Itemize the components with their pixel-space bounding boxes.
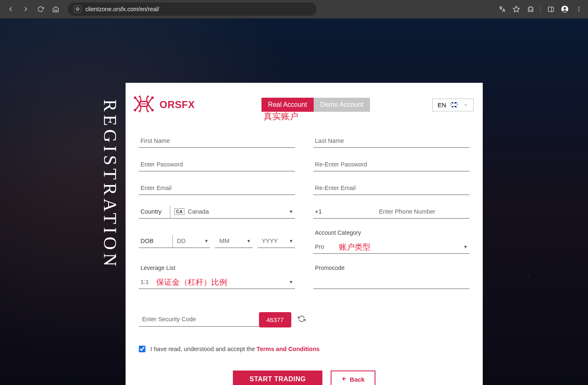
security-code-input[interactable] xyxy=(142,316,257,322)
dropdown-icon: ▼ xyxy=(463,244,468,249)
promocode-input[interactable] xyxy=(315,279,468,285)
back-icon[interactable] xyxy=(5,3,17,15)
uk-flag-icon xyxy=(450,102,458,107)
dropdown-icon: ▼ xyxy=(247,238,251,243)
start-trading-button[interactable]: START TRADING xyxy=(233,371,322,385)
logo-icon xyxy=(132,95,155,114)
arrow-left-icon xyxy=(341,376,347,383)
email-input[interactable] xyxy=(140,185,293,191)
site-info-icon[interactable]: ⚙ xyxy=(74,5,81,13)
svg-point-5 xyxy=(578,7,579,7)
dob-year-select[interactable]: YYYY▼ xyxy=(258,235,295,248)
country-label: Country xyxy=(139,206,170,219)
leverage-annotation: 保证金（杠杆）比例 xyxy=(156,277,227,288)
separator xyxy=(540,5,541,13)
promocode-block: Promocode xyxy=(313,265,469,289)
dropdown-icon: ▼ xyxy=(289,279,293,284)
buttons-row: START TRADING Back xyxy=(139,363,469,385)
security-row: 46377 xyxy=(139,300,469,327)
dropdown-icon: ▼ xyxy=(289,209,293,214)
tab-real-account[interactable]: Real Account xyxy=(261,98,314,112)
back-button-label: Back xyxy=(350,376,365,383)
dropdown-icon: ▼ xyxy=(204,238,208,243)
language-code: EN xyxy=(438,101,446,108)
bookmark-star-icon[interactable] xyxy=(512,5,520,13)
tab-demo-account[interactable]: Demo Account xyxy=(314,98,370,112)
reload-icon[interactable] xyxy=(35,3,46,15)
security-code-field[interactable] xyxy=(139,313,259,327)
dob-month-select[interactable]: MM▼ xyxy=(215,235,252,248)
menu-dots-icon[interactable] xyxy=(575,5,583,13)
svg-rect-1 xyxy=(548,7,554,11)
leverage-label: Leverage List xyxy=(139,265,295,271)
phone-field[interactable]: +1 xyxy=(313,206,469,219)
account-category-label: Account Category xyxy=(313,229,469,236)
language-selector[interactable]: EN xyxy=(432,99,474,111)
last-name-input[interactable] xyxy=(315,137,468,144)
terms-row: I have read, understood and accept the T… xyxy=(139,338,469,352)
url-text: clientzone.orsfx.com/en/real/ xyxy=(85,6,159,12)
chevron-down-icon xyxy=(463,101,468,108)
browser-toolbar: ⚙ clientzone.orsfx.com/en/real/ xyxy=(0,0,588,19)
promocode-field[interactable] xyxy=(313,276,469,289)
dob-field: DOB DD▼ MM▼ YYYY▼ xyxy=(139,229,295,254)
refresh-captcha-icon[interactable] xyxy=(298,315,305,325)
account-category-value: Pro xyxy=(315,243,324,250)
forward-icon[interactable] xyxy=(20,3,31,15)
page-background: REGISTRATION ORSFX xyxy=(0,19,588,385)
dial-code: +1 xyxy=(313,206,342,219)
profile-icon[interactable] xyxy=(561,5,569,13)
registration-card: ORSFX Real Account Demo Account EN xyxy=(126,83,483,385)
account-category-block: Account Category Pro 账户类型 ▼ xyxy=(313,229,469,254)
account-category-select[interactable]: Pro 账户类型 ▼ xyxy=(313,241,469,254)
terms-link[interactable]: Terms and Conditions xyxy=(256,346,319,352)
real-account-annotation: 真实账户 xyxy=(264,111,298,122)
country-flag-code: CA xyxy=(174,208,184,215)
leverage-select[interactable]: 1:1 保证金（杠杆）比例 ▼ xyxy=(139,276,295,289)
address-bar[interactable]: ⚙ clientzone.orsfx.com/en/real/ xyxy=(68,2,317,16)
svg-point-7 xyxy=(578,10,579,11)
logo: ORSFX xyxy=(132,95,195,114)
terms-text: I have read, understood and accept the T… xyxy=(150,346,319,352)
svg-point-6 xyxy=(578,9,579,10)
extensions-icon[interactable] xyxy=(526,5,535,13)
captcha-code: 46377 xyxy=(259,312,291,327)
dropdown-icon: ▼ xyxy=(289,238,293,243)
leverage-block: Leverage List 1:1 保证金（杠杆）比例 ▼ xyxy=(139,265,295,289)
svg-point-4 xyxy=(564,7,566,10)
country-value: Canada xyxy=(188,208,209,215)
dob-label: DOB xyxy=(139,235,173,248)
last-name-field[interactable] xyxy=(313,135,469,148)
password-field[interactable] xyxy=(139,159,295,171)
email-field[interactable] xyxy=(139,182,295,195)
leverage-value: 1:1 xyxy=(140,279,149,285)
svg-marker-0 xyxy=(513,6,520,12)
side-title: REGISTRATION xyxy=(99,99,121,270)
account-category-annotation: 账户类型 xyxy=(339,242,370,253)
phone-input[interactable] xyxy=(346,208,468,215)
reenter-email-input[interactable] xyxy=(315,185,468,191)
terms-checkbox[interactable] xyxy=(139,346,145,352)
promocode-label: Promocode xyxy=(313,265,469,271)
country-field[interactable]: Country CA Canada ▼ xyxy=(139,206,295,219)
logo-text: ORSFX xyxy=(160,99,195,111)
reenter-password-input[interactable] xyxy=(315,161,468,168)
reenter-password-field[interactable] xyxy=(313,159,469,171)
home-icon[interactable] xyxy=(50,3,61,15)
first-name-field[interactable] xyxy=(139,135,295,148)
panel-icon[interactable] xyxy=(547,5,555,13)
back-button[interactable]: Back xyxy=(331,371,375,385)
translate-icon[interactable] xyxy=(498,5,506,13)
reenter-email-field[interactable] xyxy=(313,182,469,195)
dob-day-select[interactable]: DD▼ xyxy=(173,235,210,248)
first-name-input[interactable] xyxy=(140,137,293,144)
password-input[interactable] xyxy=(140,161,293,168)
